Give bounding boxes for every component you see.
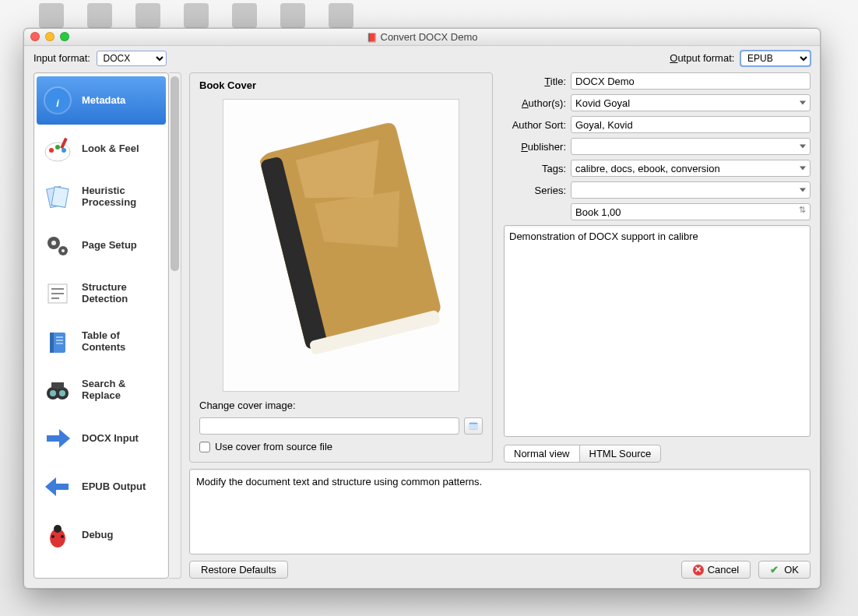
gears-icon xyxy=(41,229,74,262)
svg-point-5 xyxy=(55,145,60,150)
sidebar-item-label: Structure Detection xyxy=(82,282,161,305)
sidebar-item-heuristic[interactable]: Heuristic Processing xyxy=(37,173,166,221)
sidebar-item-label: Metadata xyxy=(82,95,125,107)
convert-dialog: Convert DOCX Demo Input format: DOCX Out… xyxy=(23,28,821,589)
description-editor[interactable]: Demonstration of DOCX support in calibre xyxy=(504,225,811,437)
sidebar-item-page-setup[interactable]: Page Setup xyxy=(37,221,166,269)
svg-rect-9 xyxy=(51,187,69,208)
svg-rect-19 xyxy=(50,333,54,353)
sidebar-item-metadata[interactable]: i Metadata xyxy=(37,76,166,125)
svg-point-11 xyxy=(51,241,56,245)
svg-point-30 xyxy=(51,535,55,538)
tab-normal-view[interactable]: Normal view xyxy=(504,445,580,463)
publisher-combo[interactable] xyxy=(571,138,811,155)
svg-point-29 xyxy=(54,525,62,533)
book-cover-image xyxy=(240,113,442,378)
title-label: Title: xyxy=(504,76,566,87)
book-cover-title: Book Cover xyxy=(199,79,483,91)
bug-icon xyxy=(41,519,74,551)
cycle-icon xyxy=(41,181,74,213)
restore-defaults-button[interactable]: Restore Defaults xyxy=(189,561,288,579)
folder-icon xyxy=(468,421,479,431)
tags-label: Tags: xyxy=(504,163,566,174)
conversion-sidebar[interactable]: i Metadata Look & Feel Heuristic Process… xyxy=(33,72,169,579)
help-text: Modify the document text and structure u… xyxy=(189,469,811,554)
sidebar-item-docx-input[interactable]: DOCX Input xyxy=(37,414,166,463)
author-sort-label: Author Sort: xyxy=(504,119,566,131)
sidebar-item-label: Table of Contents xyxy=(82,330,161,354)
window-title: Convert DOCX Demo xyxy=(24,31,820,43)
publisher-label: Publisher: xyxy=(504,141,566,153)
authors-combo[interactable] xyxy=(571,94,811,111)
cover-path-input[interactable] xyxy=(199,417,459,435)
sidebar-item-label: EPUB Output xyxy=(82,481,146,493)
palette-icon xyxy=(41,132,74,165)
svg-point-26 xyxy=(59,390,65,396)
maximize-icon[interactable] xyxy=(60,32,69,41)
use-source-cover-label: Use cover from source file xyxy=(215,441,332,452)
description-view-tabs: Normal view HTML Source xyxy=(504,445,811,463)
series-combo[interactable] xyxy=(571,181,811,199)
bg-toolbar xyxy=(0,0,858,31)
tab-html-source[interactable]: HTML Source xyxy=(579,445,662,463)
browse-cover-button[interactable] xyxy=(464,417,483,435)
output-format-label: Output format: xyxy=(670,52,734,64)
sidebar-scrollbar[interactable] xyxy=(169,72,181,579)
svg-text:i: i xyxy=(56,97,59,109)
arrow-right-icon xyxy=(41,422,74,455)
use-source-cover-checkbox[interactable] xyxy=(199,442,210,452)
metadata-fields: Title: Author(s): Author Sort: Publisher… xyxy=(504,72,811,463)
book-icon xyxy=(41,326,74,358)
svg-rect-27 xyxy=(51,382,64,389)
ok-button[interactable]: OK xyxy=(758,561,811,579)
author-sort-input[interactable] xyxy=(571,116,811,133)
cancel-icon: ✕ xyxy=(693,565,704,576)
svg-point-25 xyxy=(50,390,56,396)
close-icon[interactable] xyxy=(30,32,40,41)
sidebar-item-look-feel[interactable]: Look & Feel xyxy=(37,125,166,173)
window-controls xyxy=(30,32,69,41)
title-input[interactable] xyxy=(571,72,811,90)
svg-point-13 xyxy=(62,249,65,252)
sidebar-item-label: Search & Replace xyxy=(82,378,161,402)
sidebar-item-label: Debug xyxy=(82,530,113,541)
tags-combo[interactable] xyxy=(571,160,811,177)
arrow-left-icon xyxy=(41,470,74,503)
sidebar-item-label: Look & Feel xyxy=(82,143,139,155)
svg-rect-36 xyxy=(469,424,478,429)
scrollbar-thumb[interactable] xyxy=(171,76,179,271)
sidebar-item-search-replace[interactable]: Search & Replace xyxy=(37,366,166,414)
cover-preview[interactable] xyxy=(223,99,459,392)
dialog-footer: Restore Defaults ✕Cancel OK xyxy=(189,561,811,579)
sidebar-item-debug[interactable]: Debug xyxy=(37,511,166,559)
book-cover-group: Book Cover xyxy=(189,72,493,463)
sidebar-item-label: Page Setup xyxy=(82,240,137,252)
input-format-select[interactable]: DOCX xyxy=(97,51,167,66)
cancel-button[interactable]: ✕Cancel xyxy=(681,561,751,579)
info-icon: i xyxy=(41,84,74,117)
sidebar-item-structure[interactable]: Structure Detection xyxy=(37,269,166,318)
sidebar-item-label: DOCX Input xyxy=(82,433,139,445)
lines-icon xyxy=(41,277,74,310)
series-label: Series: xyxy=(504,185,566,196)
svg-point-4 xyxy=(49,148,54,153)
change-cover-label: Change cover image: xyxy=(199,400,483,411)
output-format-select[interactable]: EPUB xyxy=(740,51,811,66)
titlebar[interactable]: Convert DOCX Demo xyxy=(24,29,820,46)
sidebar-item-toc[interactable]: Table of Contents xyxy=(37,318,166,366)
input-format-label: Input format: xyxy=(33,52,90,64)
authors-label: Author(s): xyxy=(504,97,566,109)
minimize-icon[interactable] xyxy=(45,32,55,41)
sidebar-item-label: Heuristic Processing xyxy=(82,185,161,209)
svg-point-31 xyxy=(61,535,64,538)
format-row: Input format: DOCX Output format: EPUB xyxy=(24,46,820,69)
series-index-spinner[interactable] xyxy=(571,203,811,220)
sidebar-item-epub-output[interactable]: EPUB Output xyxy=(37,463,166,511)
binoculars-icon xyxy=(41,374,74,407)
svg-point-6 xyxy=(62,148,66,153)
ok-icon xyxy=(770,564,780,576)
